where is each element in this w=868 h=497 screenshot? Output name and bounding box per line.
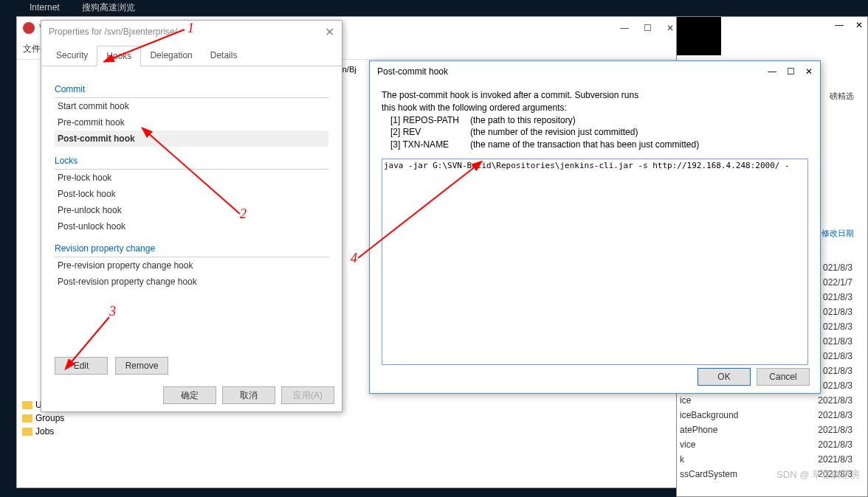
close-icon[interactable]: ✕: [325, 25, 334, 39]
ok-button[interactable]: OK: [698, 368, 751, 386]
dialog-title: Post-commit hook: [377, 66, 448, 77]
hook-post-lock[interactable]: Post-lock hook: [55, 186, 328, 202]
dialog-titlebar: Post-commit hook — ☐ ✕: [370, 61, 820, 82]
tab-security[interactable]: Security: [47, 46, 97, 66]
tree-item-groups[interactable]: Groups: [22, 411, 170, 425]
cancel-button[interactable]: 取消: [222, 386, 275, 404]
hook-pre-unlock[interactable]: Pre-unlock hook: [55, 202, 328, 218]
file-row[interactable]: iceBackground2021/8/3: [677, 408, 860, 423]
maximize-icon[interactable]: ☐: [787, 66, 795, 77]
hook-post-unlock[interactable]: Post-unlock hook: [55, 218, 328, 234]
tab-details[interactable]: Details: [202, 46, 247, 66]
hook-start-commit[interactable]: Start commit hook: [55, 98, 328, 114]
properties-dialog: Properties for /svn/Bjxenterprise/ ✕ Sec…: [41, 20, 342, 412]
section-revprop: Revision property change: [55, 240, 328, 257]
hook-description: The post-commit hook is invoked after a …: [370, 82, 820, 156]
hook-pre-lock[interactable]: Pre-lock hook: [55, 170, 328, 186]
folder-icon: [22, 428, 32, 436]
hook-pre-revprop[interactable]: Pre-revision property change hook: [55, 257, 328, 274]
menu-file[interactable]: 文件: [23, 43, 41, 55]
hook-editor-dialog: Post-commit hook — ☐ ✕ The post-commit h…: [369, 60, 821, 394]
section-locks: Locks: [55, 153, 328, 170]
taskbar-link[interactable]: 搜狗高速浏览: [82, 1, 135, 14]
desktop-taskbar: Internet 搜狗高速浏览: [0, 0, 868, 15]
section-commit: Commit: [55, 81, 328, 98]
column-header-date[interactable]: 修改日期: [822, 228, 854, 239]
hooks-panel: Commit Start commit hook Pre-commit hook…: [41, 66, 342, 299]
watermark: SDN @ 草甘膦空房: [776, 468, 860, 482]
hook-pre-commit[interactable]: Pre-commit hook: [55, 114, 328, 131]
remove-button[interactable]: Remove: [115, 357, 168, 375]
apply-button[interactable]: 应用(A): [281, 386, 334, 404]
taskbar-link[interactable]: Internet: [30, 2, 60, 13]
tree-item-jobs[interactable]: Jobs: [22, 425, 170, 438]
edit-button[interactable]: Edit: [55, 357, 108, 375]
file-row[interactable]: ice2021/8/3: [677, 393, 860, 408]
close-icon[interactable]: ✕: [666, 23, 674, 33]
minimize-icon[interactable]: —: [620, 23, 629, 33]
ok-button[interactable]: 确定: [163, 386, 216, 404]
dialog-titlebar: Properties for /svn/Bjxenterprise/ ✕: [41, 21, 342, 43]
file-row[interactable]: vice2021/8/3: [677, 437, 860, 452]
header-featured: 磅精选: [830, 91, 854, 102]
close-icon[interactable]: ✕: [855, 20, 863, 30]
app-icon: [23, 22, 35, 34]
folder-icon: [22, 401, 32, 409]
minimize-icon[interactable]: —: [768, 66, 776, 77]
tab-strip: Security Hooks Delegation Details: [41, 43, 342, 66]
dialog-title: Properties for /svn/Bjxenterprise/: [49, 27, 177, 37]
hook-code-input[interactable]: [382, 159, 808, 365]
close-icon[interactable]: ✕: [805, 66, 813, 77]
minimize-icon[interactable]: —: [835, 20, 844, 30]
tab-hooks[interactable]: Hooks: [97, 46, 141, 66]
maximize-icon[interactable]: ☐: [644, 23, 652, 33]
cancel-button[interactable]: Cancel: [757, 368, 810, 386]
hook-post-commit[interactable]: Post-commit hook: [55, 131, 328, 147]
hook-post-revprop[interactable]: Post-revision property change hook: [55, 274, 328, 290]
tab-delegation[interactable]: Delegation: [141, 46, 201, 66]
file-row[interactable]: atePhone2021/8/3: [677, 423, 860, 437]
thumbnail: [677, 17, 721, 55]
file-row[interactable]: k2021/8/3: [677, 452, 860, 467]
folder-icon: [22, 414, 32, 423]
